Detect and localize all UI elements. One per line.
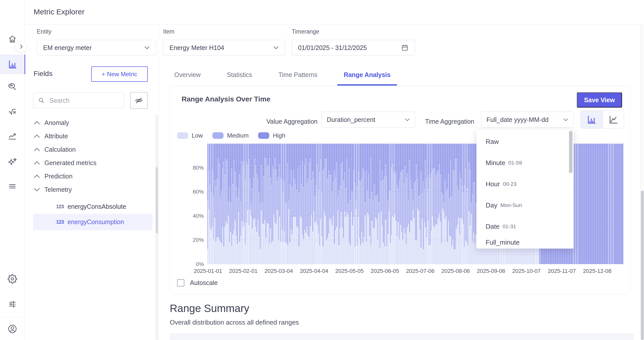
chevron-down-icon — [273, 46, 279, 49]
fields-panel-divider — [159, 25, 159, 340]
fields-section-anomaly[interactable]: Anomaly — [34, 116, 142, 129]
fields-section-attribute[interactable]: Attribute — [34, 129, 142, 143]
hide-fields-button[interactable] — [130, 92, 147, 109]
sidebar-divider — [3, 317, 22, 318]
timerange-label: Timerange — [292, 28, 319, 35]
line-chart-icon — [608, 115, 618, 125]
chevron-down-icon — [144, 46, 150, 49]
chevron-up-icon — [34, 161, 40, 165]
telemetry-item-label: energyConsumption — [67, 218, 124, 226]
legend-item-low: Low — [177, 132, 203, 139]
page-scrollbar-thumb[interactable] — [641, 191, 644, 340]
sidebar-item-metrics[interactable] — [0, 55, 25, 74]
autoscale-control: Autoscale — [177, 279, 218, 286]
legend-swatch — [177, 132, 188, 139]
section-label: Calculation — [44, 146, 76, 153]
item-label: Item — [163, 28, 175, 35]
menu-option-date[interactable]: Date01-31 — [477, 216, 574, 237]
sidebar-item-account[interactable] — [0, 319, 24, 339]
page-title: Metric Explorer — [34, 8, 85, 16]
y-tick-60%: 60% — [181, 189, 204, 195]
sidebar-item-menu[interactable] — [0, 176, 24, 196]
menu-scrollbar-thumb[interactable] — [569, 131, 573, 173]
item-select[interactable]: Energy Meter H104 — [163, 40, 285, 56]
menu-option-full_minute[interactable]: Full_minuteyyyy-MM-dd HH:mm — [477, 237, 574, 249]
section-label: Attribute — [44, 133, 68, 140]
anomaly-search-icon — [8, 82, 17, 92]
x-tick-2025-08-06: 2025-08-06 — [441, 268, 470, 274]
time-aggregation-select[interactable]: Full_date yyyy-MM-dd — [481, 112, 574, 128]
option-name: Minute — [486, 159, 505, 167]
sidebar-expand-button[interactable] — [15, 41, 27, 53]
sidebar-item-settings[interactable] — [0, 269, 24, 289]
analysis-tabs: OverviewStatisticsTime PatternsRange Ana… — [174, 71, 390, 82]
section-label: Generated metrics — [44, 159, 96, 167]
telemetry-item-energyConsumption[interactable]: 123energyConsumption — [33, 214, 153, 230]
menu-option-minute[interactable]: Minute01-59 — [477, 152, 574, 173]
fields-search-box[interactable] — [33, 93, 124, 108]
numeric-type-icon: 123 — [56, 204, 64, 210]
value-aggregation-select[interactable]: Duration_percent — [321, 112, 415, 128]
legend-item-medium: Medium — [212, 132, 249, 139]
telemetry-item-energyConsAbsolute[interactable]: 123energyConsAbsolute — [33, 199, 153, 214]
entity-label: Entity — [37, 28, 52, 35]
bar-chart-toggle-button[interactable] — [581, 111, 602, 128]
fields-section-prediction[interactable]: Prediction — [34, 170, 142, 183]
tab-overview[interactable]: Overview — [174, 71, 201, 82]
chart-type-toggle — [581, 111, 624, 128]
y-tick-20%: 20% — [181, 237, 204, 243]
search-icon — [38, 97, 45, 104]
range-summary-subtitle: Overall distribution across all defined … — [170, 319, 299, 326]
bar-chart-icon — [586, 115, 597, 125]
sidebar-item-ai-insights[interactable] — [0, 152, 24, 172]
sliders-icon — [8, 300, 17, 309]
menu-option-hour[interactable]: Hour00-23 — [477, 173, 574, 195]
option-name: Full_minute — [486, 238, 519, 247]
save-view-button[interactable]: Save View — [577, 92, 622, 108]
tab-statistics[interactable]: Statistics — [227, 71, 252, 82]
fields-scrollbar-thumb[interactable] — [156, 167, 158, 233]
x-tick-2025-09-06: 2025-09-06 — [477, 268, 505, 274]
x-tick-2025-11-07: 2025-11-07 — [548, 268, 576, 274]
sidebar-item-trends[interactable] — [0, 126, 24, 146]
x-tick-2025-01-01: 2025-01-01 — [194, 268, 222, 274]
card-title: Range Analysis Over Time — [182, 95, 270, 103]
range-summary-title: Range Summary — [170, 302, 249, 315]
user-avatar-icon — [7, 324, 17, 334]
x-tick-2025-10-07: 2025-10-07 — [512, 268, 541, 274]
chart-legend: LowMediumHigh — [177, 132, 285, 139]
fields-search-input[interactable] — [49, 97, 119, 104]
gear-icon — [8, 274, 17, 284]
chevron-up-icon — [34, 174, 40, 178]
tab-range-analysis[interactable]: Range Analysis — [344, 71, 390, 82]
menu-option-raw[interactable]: Raw — [477, 131, 574, 152]
hamburger-icon — [8, 182, 17, 191]
fields-section-generated-metrics[interactable]: Generated metrics — [34, 156, 142, 170]
calendar-icon — [401, 44, 409, 51]
x-tick-2025-07-06: 2025-07-06 — [406, 268, 435, 274]
header-divider — [0, 24, 644, 25]
chevron-right-icon — [18, 43, 24, 50]
option-hint: 00-23 — [503, 180, 516, 188]
section-label: Prediction — [44, 173, 72, 180]
sidebar-item-preferences[interactable] — [0, 294, 24, 314]
time-aggregation-menu: RawMinute01-59Hour00-23DayMon-SunDate01-… — [476, 129, 574, 249]
timerange-input[interactable]: 01/01/2025 - 31/12/2025 — [292, 40, 415, 56]
line-chart-toggle-button[interactable] — [602, 111, 624, 128]
fields-section-calculation[interactable]: Calculation — [34, 143, 142, 156]
menu-option-day[interactable]: DayMon-Sun — [477, 195, 574, 216]
x-tick-2025-06-05: 2025-06-05 — [371, 268, 399, 274]
sidebar-item-formula[interactable] — [0, 102, 24, 122]
new-metric-button[interactable]: + New Metric — [91, 66, 148, 82]
autoscale-checkbox[interactable] — [177, 279, 184, 286]
y-tick-0%: 0% — [181, 261, 204, 268]
bar-day-364 — [623, 144, 624, 264]
fields-section-telemetry[interactable]: Telemetry — [34, 183, 142, 196]
range-summary-table-header — [170, 333, 634, 340]
entity-select[interactable]: EM energy meter — [37, 40, 156, 56]
telemetry-item-label: energyConsAbsolute — [67, 203, 126, 210]
timerange-value: 01/01/2025 - 31/12/2025 — [298, 44, 401, 51]
option-hint: 01-31 — [503, 222, 516, 231]
tab-time-patterns[interactable]: Time Patterns — [278, 71, 317, 82]
sidebar-item-anomaly[interactable] — [0, 77, 24, 97]
